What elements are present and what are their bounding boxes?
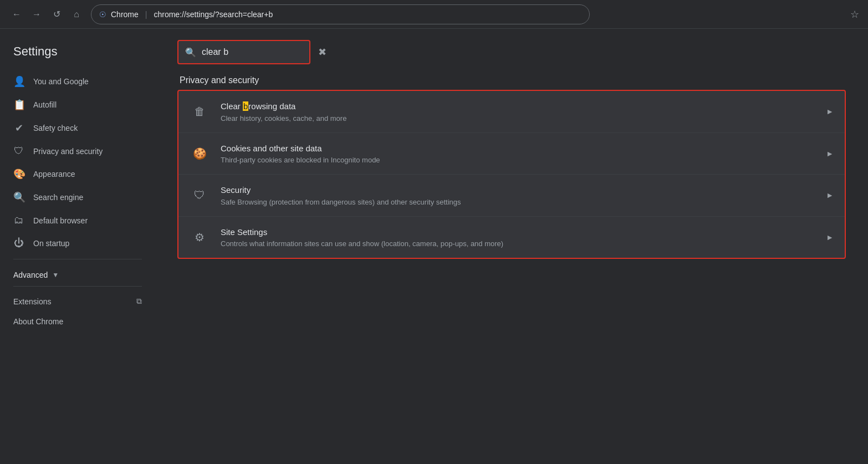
- address-bar[interactable]: ☉ Chrome | chrome://settings/?search=cle…: [91, 4, 590, 24]
- cookies-icon: 🍪: [190, 144, 210, 164]
- default-browser-icon: 🗂: [13, 215, 24, 226]
- sidebar-label-autofill: Autofill: [33, 100, 57, 109]
- advanced-label: Advanced: [13, 271, 48, 279]
- result-security-desc: Safe Browsing (protection from dangerous…: [221, 198, 815, 206]
- external-link-icon: ⧉: [136, 297, 142, 306]
- about-chrome-label: About Chrome: [13, 317, 63, 326]
- highlighted-results-list: 🗑 Clear browsing data Clear history, coo…: [177, 90, 846, 259]
- result-security[interactable]: 🛡 Security Safe Browsing (protection fro…: [178, 175, 845, 217]
- search-box[interactable]: 🔍 clear b ✖: [177, 40, 310, 64]
- result-cookies-desc: Third-party cookies are blocked in Incog…: [221, 156, 815, 164]
- security-shield-icon: 🛡: [190, 185, 210, 205]
- safety-check-icon: ✔: [13, 122, 24, 134]
- sidebar-label-safety-check: Safety check: [33, 124, 78, 132]
- clear-search-button[interactable]: ✖: [318, 46, 326, 58]
- home-button[interactable]: ⌂: [69, 7, 84, 22]
- main-layout: Settings 👤 You and Google 📋 Autofill ✔ S…: [0, 29, 868, 464]
- title-after: rowsing data: [248, 101, 295, 111]
- search-icon: 🔍: [185, 47, 196, 58]
- privacy-icon: 🛡: [13, 145, 24, 157]
- result-clear-browsing-data[interactable]: 🗑 Clear browsing data Clear history, coo…: [178, 91, 845, 133]
- appearance-icon: 🎨: [13, 168, 24, 180]
- chevron-down-icon: ▼: [52, 271, 59, 279]
- sidebar-item-privacy-security[interactable]: 🛡 Privacy and security: [0, 140, 155, 162]
- sidebar-item-safety-check[interactable]: ✔ Safety check: [0, 116, 155, 140]
- title-before: Clear: [221, 101, 243, 111]
- address-url: chrome://settings/?search=clear+b: [154, 10, 273, 19]
- trash-icon: 🗑: [190, 101, 210, 121]
- sidebar-label-appearance: Appearance: [33, 170, 75, 179]
- sidebar-label-search-engine: Search engine: [33, 193, 83, 202]
- sidebar-label-you-google: You and Google: [33, 77, 89, 86]
- sidebar: Settings 👤 You and Google 📋 Autofill ✔ S…: [0, 29, 155, 464]
- result-site-settings[interactable]: ⚙ Site Settings Controls what informatio…: [178, 217, 845, 258]
- sidebar-divider: [13, 259, 142, 259]
- result-cookies-text: Cookies and other site data Third-party …: [221, 143, 815, 165]
- result-site-settings-arrow: ►: [826, 233, 834, 242]
- nav-buttons: ← → ↺ ⌂: [9, 7, 84, 22]
- browser-brand: Chrome: [111, 10, 139, 19]
- result-clear-browsing-title: Clear browsing data: [221, 101, 815, 112]
- security-icon: ☉: [99, 10, 106, 19]
- on-startup-icon: ⏻: [13, 237, 24, 249]
- content-area: 🔍 clear b ✖ Privacy and security 🗑 Clear…: [155, 29, 868, 464]
- result-clear-browsing-text: Clear browsing data Clear history, cooki…: [221, 101, 815, 123]
- result-security-text: Security Safe Browsing (protection from …: [221, 185, 815, 206]
- result-arrow-icon: ►: [826, 107, 834, 116]
- sidebar-divider-2: [13, 286, 142, 287]
- search-input[interactable]: clear b: [202, 47, 313, 57]
- reload-button[interactable]: ↺: [49, 7, 64, 22]
- sidebar-item-on-startup[interactable]: ⏻ On startup: [0, 232, 155, 254]
- sidebar-label-privacy: Privacy and security: [33, 147, 103, 156]
- result-security-arrow: ►: [826, 191, 834, 200]
- sidebar-label-default-browser: Default browser: [33, 216, 88, 225]
- sidebar-item-appearance[interactable]: 🎨 Appearance: [0, 162, 155, 186]
- sidebar-item-search-engine[interactable]: 🔍 Search engine: [0, 186, 155, 209]
- search-area: 🔍 clear b ✖: [155, 29, 868, 75]
- result-security-title: Security: [221, 185, 815, 196]
- sidebar-item-autofill[interactable]: 📋 Autofill: [0, 93, 155, 116]
- result-site-settings-title: Site Settings: [221, 227, 815, 238]
- address-separator: |: [145, 10, 147, 19]
- sidebar-extensions[interactable]: Extensions ⧉: [0, 291, 155, 312]
- autofill-icon: 📋: [13, 99, 24, 111]
- sidebar-label-on-startup: On startup: [33, 239, 69, 248]
- you-google-icon: 👤: [13, 75, 24, 88]
- result-site-settings-text: Site Settings Controls what information …: [221, 227, 815, 248]
- sidebar-item-you-google[interactable]: 👤 You and Google: [0, 70, 155, 93]
- sidebar-about-chrome[interactable]: About Chrome: [0, 312, 155, 332]
- result-clear-browsing-desc: Clear history, cookies, cache, and more: [221, 114, 815, 123]
- settings-title: Settings: [0, 38, 155, 70]
- result-cookies[interactable]: 🍪 Cookies and other site data Third-part…: [178, 133, 845, 175]
- forward-button[interactable]: →: [29, 7, 44, 22]
- result-cookies-arrow: ►: [826, 149, 834, 158]
- sidebar-advanced[interactable]: Advanced ▼: [0, 264, 155, 282]
- browser-toolbar: ← → ↺ ⌂ ☉ Chrome | chrome://settings/?se…: [0, 0, 868, 29]
- result-cookies-title: Cookies and other site data: [221, 143, 815, 154]
- results-content: Privacy and security 🗑 Clear browsing da…: [155, 75, 868, 281]
- extensions-label: Extensions: [13, 297, 51, 306]
- site-settings-icon: ⚙: [190, 227, 210, 247]
- search-engine-icon: 🔍: [13, 191, 24, 203]
- back-button[interactable]: ←: [9, 7, 24, 22]
- result-site-settings-desc: Controls what information sites can use …: [221, 239, 815, 248]
- sidebar-item-default-browser[interactable]: 🗂 Default browser: [0, 209, 155, 232]
- title-highlight: b: [243, 101, 248, 111]
- section-title: Privacy and security: [177, 75, 846, 85]
- bookmark-icon[interactable]: ☆: [850, 8, 859, 21]
